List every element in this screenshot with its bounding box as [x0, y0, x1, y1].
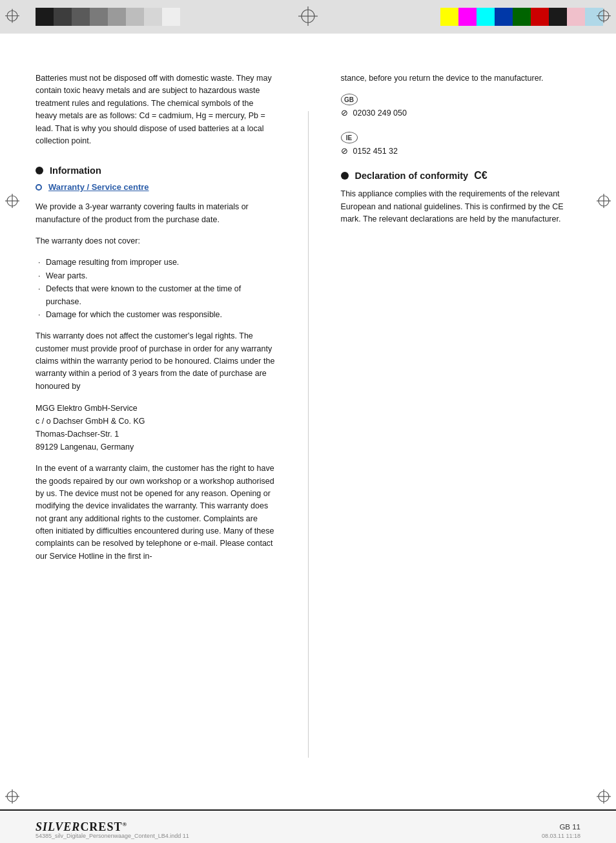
reg-mark-left: [5, 194, 19, 210]
ie-phone-section: IE ⊘ 0152 451 32: [341, 132, 581, 156]
reg-mark-bottom-left: [5, 789, 19, 806]
swatch-green: [513, 8, 531, 26]
information-heading: Information: [36, 165, 276, 176]
page: Batteries must not be disposed off with …: [0, 0, 616, 843]
swatch-pink: [567, 8, 585, 26]
grayscale-swatches: [36, 8, 180, 26]
swatch-white: [162, 8, 180, 26]
swatch-black: [36, 8, 54, 26]
footer-filename: 54385_silv_Digitale_Personenwaage_Conten…: [36, 833, 189, 839]
footer: SilverCrest® GB 11 54385_silv_Digitale_P…: [0, 809, 616, 843]
swatch-red: [531, 8, 549, 26]
ie-phone-row: ⊘ 0152 451 32: [341, 146, 581, 156]
continuation-text: stance, before you return the device to …: [341, 72, 581, 85]
swatch-yellow: [440, 8, 458, 26]
brand-logo: SilverCrest®: [36, 820, 127, 834]
swatch-cyan: [477, 8, 495, 26]
brand-silver: Silver: [36, 820, 80, 833]
warranty-para2-intro: The warranty does not cover:: [36, 235, 276, 247]
left-column: Batteries must not be disposed off with …: [36, 72, 282, 784]
gb-badge: GB: [341, 94, 358, 105]
reg-mark-top-right: [597, 9, 611, 25]
gb-phone-number: 02030 249 050: [353, 109, 407, 118]
ce-mark: C€: [474, 170, 487, 181]
swatch-blue: [495, 8, 513, 26]
conformity-title: Declaration of conformity C€: [355, 170, 488, 182]
bullet-circle-conformity: [341, 172, 349, 180]
swatch-black2: [549, 8, 567, 26]
bullet-circle-warranty: [36, 184, 42, 191]
main-content: Batteries must not be disposed off with …: [0, 34, 616, 809]
warranty-bullet-4: Damage for which the customer was respon…: [36, 309, 276, 321]
bullet-circle-information: [36, 167, 43, 174]
reg-mark-top-left: [5, 9, 19, 25]
brand-trademark: ®: [122, 821, 127, 827]
ie-badge: IE: [341, 132, 358, 143]
reg-mark-right: [597, 194, 611, 210]
conformity-text: This appliance complies with the require…: [341, 188, 581, 225]
warranty-bullet-2: Wear parts.: [36, 270, 276, 282]
warranty-title: Warranty / Service centre: [48, 182, 149, 192]
top-color-bar: [0, 0, 616, 34]
warranty-subheading: Warranty / Service centre: [36, 182, 276, 192]
warranty-bullet-3: Defects that were known to the customer …: [36, 283, 276, 308]
warranty-bullets: Damage resulting from improper use. Wear…: [36, 256, 276, 321]
swatch-gray4: [108, 8, 126, 26]
information-title: Information: [50, 165, 101, 176]
warranty-para3: This warranty does not affect the custom…: [36, 330, 276, 393]
right-column: stance, before you return the device to …: [334, 72, 581, 784]
phone-icon-ie: ⊘: [341, 146, 348, 156]
address-block: MGG Elektro GmbH-Service c / o Dachser G…: [36, 402, 276, 453]
gb-phone-section: GB ⊘ 02030 249 050: [341, 94, 581, 118]
page-number: GB 11: [559, 823, 580, 831]
conformity-section: Declaration of conformity C€ This applia…: [341, 170, 581, 225]
swatch-gray3: [90, 8, 108, 26]
center-crosshair: [298, 6, 318, 28]
warranty-bullet-1: Damage resulting from improper use.: [36, 256, 276, 269]
warranty-para4: In the event of a warranty claim, the cu…: [36, 463, 276, 563]
swatch-gray1: [54, 8, 72, 26]
conformity-heading: Declaration of conformity C€: [341, 170, 581, 182]
swatch-magenta: [458, 8, 477, 26]
ie-phone-number: 0152 451 32: [353, 147, 398, 156]
swatch-gray6: [144, 8, 162, 26]
phone-icon-gb: ⊘: [341, 108, 348, 118]
reg-mark-bottom-right: [597, 789, 611, 806]
footer-date: 08.03.11 11:18: [542, 833, 580, 839]
column-divider: [308, 111, 309, 758]
swatch-gray5: [126, 8, 144, 26]
warranty-para1: We provide a 3-year warranty covering fa…: [36, 201, 276, 226]
swatch-gray2: [72, 8, 90, 26]
intro-text: Batteries must not be disposed off with …: [36, 72, 276, 147]
color-swatches: [440, 8, 603, 26]
brand-crest: Crest: [80, 820, 122, 833]
gb-phone-row: ⊘ 02030 249 050: [341, 108, 581, 118]
